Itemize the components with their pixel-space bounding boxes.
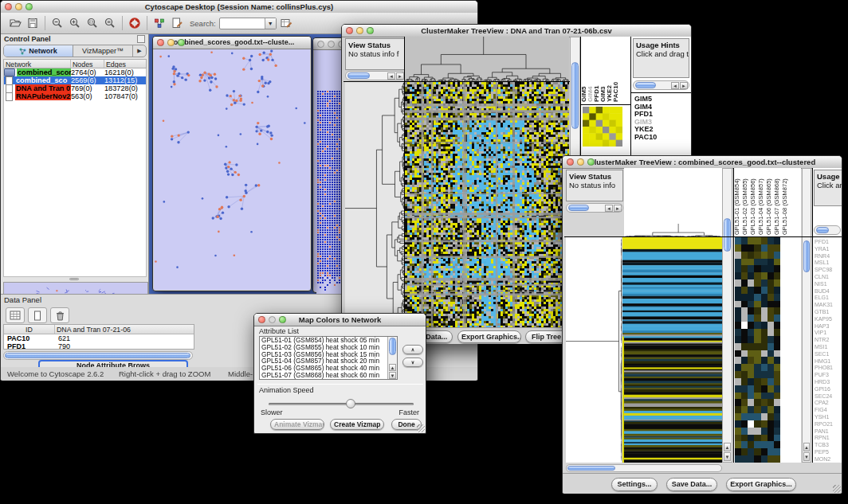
gene-label[interactable]: YSH1 xyxy=(815,414,842,421)
zoom-heatmap-canvas[interactable] xyxy=(583,107,622,147)
gene-label[interactable]: MON2 xyxy=(815,456,842,463)
scroll-down-icon[interactable]: ▼ xyxy=(803,452,810,461)
column-label[interactable]: GPL51-02 (GSM855) xyxy=(742,178,748,235)
row-dendrogram-canvas[interactable] xyxy=(566,237,622,463)
attribute-editor-button[interactable] xyxy=(278,15,294,31)
network-list-row[interactable]: combined_scores 2764(0) 16218(0) xyxy=(4,68,146,76)
column-label[interactable]: GPL51-04 (GSM857) xyxy=(758,178,764,235)
gene-label[interactable]: PAN1 xyxy=(815,428,842,436)
gene-label[interactable]: MSI1 xyxy=(815,344,842,351)
scroll-down-icon[interactable]: ▼ xyxy=(724,452,731,461)
zoom-button[interactable] xyxy=(587,158,595,166)
column-header-nodes[interactable]: Nodes xyxy=(71,60,104,68)
column-label[interactable]: PAC10 xyxy=(613,82,619,102)
zoom-selected-button[interactable] xyxy=(84,15,100,31)
scrollbar-thumb[interactable] xyxy=(571,62,579,129)
gene-label[interactable]: YRA1 xyxy=(815,246,842,253)
scrollbar-thumb[interactable] xyxy=(635,82,656,88)
scrollbar-thumb[interactable] xyxy=(724,218,731,252)
scrollbar-thumb[interactable] xyxy=(347,72,370,79)
column-label[interactable]: GPL51-07 (GSM868) xyxy=(774,178,780,235)
treeview2-title-bar[interactable]: ClusterMaker TreeView : combined_scores_… xyxy=(563,156,842,169)
create-vizmap-button[interactable]: Create Vizmap xyxy=(330,419,384,430)
slider-thumb[interactable] xyxy=(346,399,355,408)
annotation-button[interactable] xyxy=(169,15,185,31)
column-dendrogram-canvas[interactable] xyxy=(624,224,722,236)
scroll-right-icon[interactable]: ► xyxy=(680,82,688,89)
gene-label[interactable]: HRD3 xyxy=(815,379,842,386)
attribute-list-item[interactable]: GPL51-02 (GSM855) heat shock 10 min xyxy=(260,344,397,351)
scroll-up-icon[interactable]: ▲ xyxy=(724,443,731,451)
status-hscrollbar[interactable]: ◄ ► xyxy=(566,203,623,213)
minimize-button[interactable] xyxy=(269,316,276,323)
close-button[interactable] xyxy=(5,3,12,10)
attribute-list-item[interactable]: GPL51-06 (GSM865) heat shock 40 min xyxy=(260,365,397,372)
row-label[interactable]: PAC10 xyxy=(634,134,657,142)
column-header-edges[interactable]: Edges xyxy=(104,60,146,68)
scroll-left-icon[interactable]: ◄ xyxy=(387,72,395,80)
scroll-down-icon[interactable]: ▼ xyxy=(389,372,396,379)
table-header-id[interactable]: ID xyxy=(4,325,55,334)
minimize-button[interactable] xyxy=(167,39,175,46)
zoom-out-button[interactable] xyxy=(49,15,65,31)
column-label[interactable]: GPL51-06 (GSM865) xyxy=(766,178,772,235)
scrollbar-thumb[interactable] xyxy=(568,205,589,211)
gene-label[interactable]: BUD4 xyxy=(815,288,842,295)
gene-label[interactable]: GTB1 xyxy=(815,309,842,316)
gene-label[interactable]: HAP3 xyxy=(815,323,842,330)
export-graphics-button[interactable]: Export Graphics... xyxy=(726,478,796,491)
save-data-button[interactable]: Save Data... xyxy=(666,478,717,491)
gene-label[interactable]: CLN1 xyxy=(815,274,842,281)
zoom-button[interactable] xyxy=(26,3,33,10)
dialog-title-bar[interactable]: Map Colors to Network xyxy=(254,314,426,326)
gene-label[interactable]: TCB3 xyxy=(815,442,842,449)
attribute-list-item[interactable]: GPL51-01 (GSM854) heat shock 05 min xyxy=(260,337,397,344)
float-panel-icon[interactable] xyxy=(137,35,145,43)
scroll-up-icon[interactable]: ▲ xyxy=(389,364,396,371)
bottom-hscrollbar[interactable] xyxy=(566,464,722,472)
gene-label[interactable]: GPI16 xyxy=(815,386,842,393)
scroll-up-icon[interactable]: ▲ xyxy=(803,443,810,451)
tab-network[interactable]: Network xyxy=(4,45,73,57)
gene-label[interactable]: VIP1 xyxy=(815,330,842,337)
delete-attribute-button[interactable] xyxy=(50,307,69,323)
attribute-list-item[interactable]: GPL51-03 (GSM856) heat shock 15 min xyxy=(260,351,397,358)
search-input[interactable]: ▼ xyxy=(219,18,277,29)
heatmap-canvas[interactable] xyxy=(405,82,569,327)
heatmap-vscrollbar[interactable]: ▲ ▼ xyxy=(722,168,732,463)
gene-label[interactable]: HMG1 xyxy=(815,358,842,365)
gene-label[interactable]: RPO21 xyxy=(815,421,842,428)
zoom-fit-button[interactable] xyxy=(102,15,118,31)
gene-label[interactable]: NIS1 xyxy=(815,281,842,288)
gene-label[interactable]: ELG1 xyxy=(815,295,842,302)
animation-speed-slider[interactable] xyxy=(269,403,414,405)
close-button[interactable] xyxy=(157,39,164,46)
close-button[interactable] xyxy=(567,158,574,166)
move-up-button[interactable]: ∧ xyxy=(402,345,423,354)
attribute-list-item[interactable]: GPL51-07 (GSM868) heat shock 60 min xyxy=(260,372,397,379)
search-dropdown-arrow-icon[interactable]: ▼ xyxy=(265,18,276,29)
close-button[interactable] xyxy=(317,41,324,48)
scroll-right-icon[interactable]: ► xyxy=(396,72,404,80)
gene-label[interactable]: SPC98 xyxy=(815,267,842,274)
minimize-button[interactable] xyxy=(577,158,584,166)
export-graphics-button[interactable]: Export Graphics... xyxy=(457,330,521,343)
attribute-table-row[interactable]: PAC10 621 xyxy=(4,334,194,342)
attribute-table-row[interactable]: PFD1 790 xyxy=(4,342,194,350)
network-grid-canvas[interactable] xyxy=(316,90,344,294)
tab-overflow-arrow[interactable]: ▶ xyxy=(132,45,146,57)
gene-label[interactable]: PUF3 xyxy=(815,372,842,379)
select-attributes-button[interactable] xyxy=(6,307,25,323)
usage-hscrollbar[interactable] xyxy=(814,225,841,235)
zoom-button[interactable] xyxy=(279,316,286,323)
gene-label[interactable]: SEC1 xyxy=(815,351,842,358)
network-list-row[interactable]: combined_sco 2569(6) 13112(15) xyxy=(4,76,146,84)
gene-label[interactable]: NTR2 xyxy=(815,337,842,344)
network-window1-title-bar[interactable]: combined_scores_good.txt--cluste... xyxy=(153,37,311,49)
zoom-heatmap-canvas[interactable] xyxy=(735,237,780,463)
resize-grip[interactable] xyxy=(833,485,841,493)
gene-label[interactable]: PFD1 xyxy=(815,239,842,246)
usage-hscrollbar[interactable]: ◄ ► xyxy=(633,80,689,90)
move-down-button[interactable]: ∨ xyxy=(402,357,423,367)
close-button[interactable] xyxy=(346,27,353,34)
